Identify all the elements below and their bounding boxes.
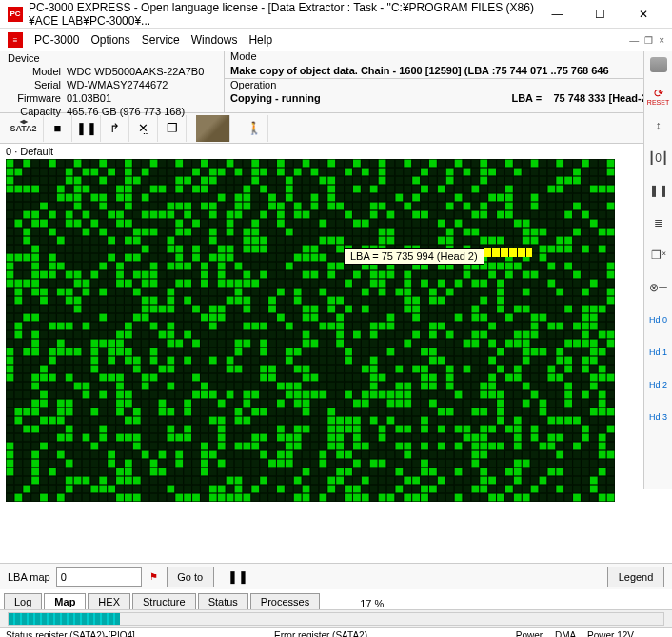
firmware-label: Firmware (8, 91, 61, 105)
lbamap-label: LBA map (8, 571, 50, 583)
lba-input[interactable] (56, 567, 142, 587)
menu-help[interactable]: Help (248, 33, 272, 47)
tab-processes[interactable]: Processes (250, 593, 320, 609)
mdi-minimize-icon[interactable]: — (629, 35, 639, 46)
window-title: PC-3000 EXPRESS - Open language license … (29, 1, 536, 28)
drive-icon[interactable] (650, 57, 667, 72)
close-button[interactable]: ✕ (622, 1, 664, 28)
stop-button[interactable]: ■ (44, 115, 72, 142)
operation-header: Operation (225, 79, 672, 90)
tab-map[interactable]: Map (44, 593, 86, 609)
mdi-restore-icon[interactable]: ❐ (644, 35, 653, 46)
pause-button[interactable]: ❚❚ (72, 115, 101, 142)
error-register-title: Error register (SATA2) (274, 630, 461, 637)
hd3-button[interactable]: Hd 3 (647, 406, 670, 428)
tab-log[interactable]: Log (4, 593, 42, 609)
pause-icon[interactable]: ❚❚ (227, 569, 248, 584)
progress-bar (8, 612, 664, 626)
status-register-group: Status register (SATA2)-[PIO4] BSYDRDDWF… (6, 630, 255, 637)
status-register-title: Status register (SATA2)-[PIO4] (6, 630, 255, 637)
mode-panel: Mode Make copy of object data. Chain - 1… (225, 51, 672, 112)
device-panel: Device ModelWDC WD5000AAKS-22A7B0 Serial… (0, 51, 225, 112)
map-controls: LBA map ⚑ Go to ❚❚ Legend (0, 563, 672, 589)
operation-status: Copying - running (230, 92, 321, 104)
lba-label: LBA = (511, 92, 542, 104)
progress-fill (9, 613, 120, 625)
app-icon: PC (8, 7, 23, 22)
mdi-close-icon[interactable]: × (659, 35, 664, 46)
minimize-button[interactable]: — (536, 1, 579, 28)
info-row: Device ModelWDC WD5000AAKS-22A7B0 Serial… (0, 51, 672, 113)
toolbar: SATA2 ■ ❚❚ ↱ ✕̤ ❐ 🚶 (0, 113, 672, 144)
sata-port-button[interactable]: SATA2 (4, 115, 44, 142)
power-group: Power5V DMARQ Power 12V12V 12.0 V0.30 A (515, 630, 666, 637)
mode-header: Mode (225, 50, 672, 62)
map-area: 0 · Default LBA = 75 735 994 (Head 2) (0, 144, 672, 563)
menu-bar: ≡ PC-3000 Options Service Windows Help —… (0, 29, 672, 51)
serial-label: Serial (8, 78, 61, 91)
log-icon[interactable]: ≣ (647, 211, 670, 234)
tab-structure[interactable]: Structure (132, 593, 196, 609)
main-area: 0 · Default LBA = 75 735 994 (Head 2) (0, 144, 672, 563)
window-titlebar: PC PC-3000 EXPRESS - Open language licen… (0, 0, 672, 29)
status-row: Status register (SATA2)-[PIO4] BSYDRDDWF… (0, 627, 672, 637)
bookmark-icon[interactable]: ⚑ (148, 570, 161, 584)
tools-button[interactable]: ✕̤ (129, 115, 158, 142)
device-header: Device (8, 52, 216, 64)
sector-grid[interactable]: LBA = 75 735 994 (Head 2) (6, 159, 615, 502)
hd2-button[interactable]: Hd 2 (647, 373, 670, 396)
legend-button[interactable]: Legend (607, 567, 664, 587)
preview-button[interactable] (196, 115, 230, 142)
model-label: Model (8, 65, 61, 78)
windows-icon[interactable]: ❐ˣ (647, 244, 670, 267)
model-value: WDC WD5000AAKS-22A7B0 (67, 65, 204, 78)
app-icon-small: ≡ (8, 32, 23, 48)
mode-text: Make copy of object data. Chain - 1600 [… (225, 63, 672, 79)
hd0-button[interactable]: Hd 0 (647, 309, 670, 331)
pause-side-button[interactable]: ❚❚ (647, 179, 670, 202)
reset-button[interactable]: ⟳RESET (647, 82, 670, 105)
side-toolbar: ⟳RESET ↕ ┃0┃ ❚❚ ≣ ❐ˣ ⊗═ Hd 0 Hd 1 Hd 2 H… (643, 51, 672, 489)
goto-button[interactable]: Go to (167, 567, 214, 587)
tab-row: Log Map HEX Structure Status Processes 1… (0, 589, 672, 610)
exclude-icon[interactable]: ⊗═ (647, 276, 670, 299)
serial-value: WD-WMASY2744672 (67, 78, 168, 91)
grid-tooltip: LBA = 75 735 994 (Head 2) (344, 248, 484, 265)
error-register-group: Error register (SATA2) BBKUNCIFNABRT0NAM… (274, 630, 461, 637)
walk-icon: 🚶 (240, 115, 268, 142)
hd1-button[interactable]: Hd 1 (647, 341, 670, 364)
map-label: 0 · Default (0, 144, 672, 159)
export-button[interactable]: ↱ (101, 115, 129, 142)
menu-options[interactable]: Options (90, 33, 129, 47)
menu-pc3000[interactable]: PC-3000 (34, 33, 79, 47)
menu-service[interactable]: Service (142, 33, 180, 47)
maximize-button[interactable]: ☐ (579, 1, 622, 28)
head-select-icon[interactable]: ↕ (647, 114, 670, 137)
progress-percent: 17 % (360, 598, 384, 609)
menu-windows[interactable]: Windows (191, 33, 238, 47)
copy-windows-button[interactable]: ❐ (158, 115, 187, 142)
tab-hex[interactable]: HEX (88, 593, 130, 609)
firmware-value: 01.03B01 (67, 91, 111, 105)
ruler-icon[interactable]: ┃0┃ (647, 147, 670, 169)
tab-status[interactable]: Status (198, 593, 248, 609)
